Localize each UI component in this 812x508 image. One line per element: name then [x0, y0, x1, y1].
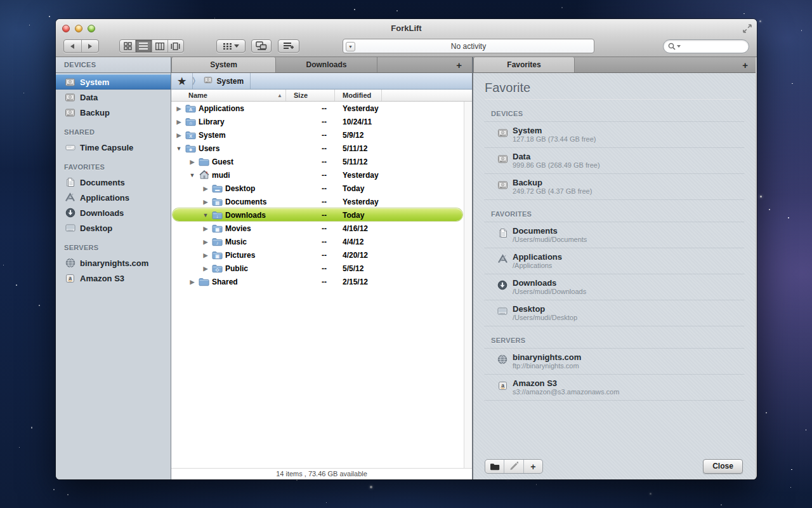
- disclosure-collapsed-icon[interactable]: ▶: [174, 132, 184, 138]
- disclosure-collapsed-icon[interactable]: ▶: [200, 239, 211, 245]
- sort-ascending-icon: ▲: [277, 93, 282, 98]
- disclosure-expanded-icon[interactable]: ▼: [200, 212, 211, 218]
- tab-favorites[interactable]: Favorites: [473, 57, 575, 72]
- back-button[interactable]: [64, 40, 81, 52]
- disclosure-collapsed-icon[interactable]: ▶: [200, 252, 211, 258]
- folder-icon: [199, 277, 209, 286]
- file-list-scrollbar[interactable]: [464, 102, 472, 468]
- file-row-library[interactable]: ▶ ⌂ Library -- 10/24/11: [171, 115, 464, 128]
- add-favorite-button[interactable]: +: [523, 460, 542, 473]
- disclosure-collapsed-icon[interactable]: ▶: [174, 105, 184, 112]
- disclosure-collapsed-icon[interactable]: ▶: [200, 265, 211, 272]
- panel-item-downloads[interactable]: Downloads/Users/mudi/Downloads: [485, 274, 744, 300]
- file-row-guest[interactable]: ▶ Guest -- 5/11/12: [171, 155, 464, 168]
- panel-item-binarynights-com[interactable]: binarynights.comftp://binarynights.com: [485, 349, 744, 375]
- svg-text:▣: ▣: [215, 253, 219, 259]
- panel-item-system[interactable]: System127.18 GB (73.44 GB free): [485, 122, 744, 148]
- sidebar-item-backup[interactable]: Backup: [56, 105, 171, 120]
- file-row-users[interactable]: ▼ ☻ Users -- 5/11/12: [171, 142, 464, 155]
- column-header-size[interactable]: Size: [286, 90, 335, 101]
- disclosure-collapsed-icon[interactable]: ▶: [200, 225, 211, 232]
- panel-item-documents[interactable]: Documents/Users/mudi/Documents: [485, 222, 744, 248]
- new-group-button[interactable]: [485, 460, 504, 473]
- search-input[interactable]: [682, 41, 749, 51]
- new-tab-button-left[interactable]: +: [456, 57, 462, 72]
- forklift-window: ForkLift: [56, 19, 757, 479]
- forward-button[interactable]: [81, 40, 99, 52]
- panel-item-backup[interactable]: Backup249.72 GB (4.37 GB free): [485, 174, 744, 200]
- file-row-applications[interactable]: ▶ A Applications -- Yesterday: [171, 102, 464, 115]
- sidebar-item-system[interactable]: System: [56, 74, 171, 90]
- fullscreen-icon[interactable]: [742, 23, 752, 34]
- file-row-pictures[interactable]: ▶ ▣ Pictures -- 4/20/12: [171, 248, 464, 262]
- file-row-movies[interactable]: ▶ ▦ Movies -- 4/16/12: [171, 222, 464, 235]
- file-row-downloads[interactable]: ▼ ↓ Downloads -- Today: [171, 208, 464, 222]
- list-view-button[interactable]: [135, 40, 151, 52]
- coverflow-view-button[interactable]: [167, 40, 183, 52]
- sidebar-section-header-servers: SERVERS: [56, 240, 171, 255]
- disclosure-collapsed-icon[interactable]: ▶: [200, 185, 211, 192]
- file-row-shared[interactable]: ▶ Shared -- 2/15/12: [171, 275, 464, 288]
- sidebar-item-downloads[interactable]: Downloads: [56, 205, 171, 220]
- panel-item-desktop[interactable]: Desktop/Users/mudi/Desktop: [485, 300, 744, 326]
- file-row-desktop[interactable]: ▶ ▬ Desktop -- Today: [171, 182, 464, 195]
- sidebar-item-desktop[interactable]: Desktop: [56, 220, 171, 236]
- disclosure-expanded-icon[interactable]: ▼: [187, 172, 197, 178]
- breadcrumb-system[interactable]: System: [197, 73, 251, 89]
- folder-users-icon: ☻: [185, 144, 196, 153]
- file-row-music[interactable]: ▶ ♪ Music -- 4/4/12: [171, 235, 464, 248]
- sidebar-item-applications[interactable]: Applications: [56, 190, 171, 205]
- sync-browse-button[interactable]: [251, 39, 272, 53]
- status-bar: 14 items , 73.46 GB available: [171, 468, 472, 479]
- tab-system[interactable]: System: [171, 57, 276, 72]
- sidebar-item-binarynights-com[interactable]: binarynights.com: [56, 255, 171, 271]
- file-row-documents[interactable]: ▶ ▤ Documents -- Yesterday: [171, 195, 464, 208]
- file-name: Desktop: [225, 184, 255, 193]
- svg-text:a: a: [69, 275, 72, 281]
- window-titlebar[interactable]: ForkLift: [56, 19, 757, 57]
- disclosure-collapsed-icon[interactable]: ▶: [187, 279, 197, 285]
- panel-item-amazon-s3[interactable]: a Amazon S3s3://amazon@s3.amazonaws.com: [485, 375, 744, 401]
- panel-item-data[interactable]: Data999.86 GB (268.49 GB free): [485, 148, 744, 174]
- edit-favorite-button[interactable]: [504, 460, 523, 473]
- file-name: Library: [199, 117, 225, 126]
- file-row-mudi[interactable]: ▼ mudi -- Yesterday: [171, 168, 464, 182]
- globe-icon: [496, 354, 509, 365]
- icon-view-button[interactable]: [120, 40, 135, 52]
- file-row-system[interactable]: ▶ X System -- 5/9/12: [171, 128, 464, 142]
- panel-item-applications[interactable]: Applications/Applications: [485, 248, 744, 274]
- disclosure-collapsed-icon[interactable]: ▶: [187, 159, 197, 165]
- file-size: --: [286, 171, 327, 180]
- icon-view-icon: [124, 42, 132, 50]
- column-header-name[interactable]: Name ▲: [171, 90, 286, 101]
- column-header-modified[interactable]: Modified: [335, 90, 382, 101]
- folder-system-icon: X: [185, 130, 196, 140]
- file-list: ▶ A Applications -- Yesterday ▶ ⌂ Librar…: [171, 102, 464, 468]
- new-tab-button-right[interactable]: +: [742, 57, 748, 72]
- file-size: --: [286, 277, 327, 286]
- documents-icon: [65, 177, 75, 188]
- column-view-button[interactable]: [152, 40, 167, 52]
- file-modified: 10/24/11: [343, 117, 372, 126]
- file-row-public[interactable]: ▶ ◇ Public -- 5/5/12: [171, 262, 464, 275]
- sidebar-item-time-capsule[interactable]: Time Capsule: [56, 140, 171, 155]
- search-field[interactable]: [663, 39, 749, 53]
- file-size: --: [286, 197, 327, 206]
- view-options-button[interactable]: [216, 39, 246, 53]
- sidebar-item-documents[interactable]: Documents: [56, 175, 171, 190]
- tab-downloads[interactable]: Downloads: [276, 57, 377, 72]
- sidebar-item-data[interactable]: Data: [56, 90, 171, 105]
- sidebar-item-amazon-s3[interactable]: a Amazon S3: [56, 271, 171, 286]
- file-size: --: [286, 224, 327, 233]
- folder-music-icon: ♪: [212, 237, 223, 246]
- column-header-blank: [382, 90, 472, 101]
- disclosure-collapsed-icon[interactable]: ▶: [200, 199, 211, 205]
- file-name: Movies: [225, 224, 251, 233]
- close-button[interactable]: Close: [703, 459, 743, 474]
- grid-options-icon: [223, 43, 232, 50]
- disclosure-expanded-icon[interactable]: ▼: [174, 145, 184, 152]
- add-queue-button[interactable]: [278, 39, 299, 53]
- disclosure-collapsed-icon[interactable]: ▶: [174, 119, 184, 125]
- drive-icon: [65, 107, 75, 118]
- favorites-star-crumb[interactable]: ★: [171, 73, 193, 89]
